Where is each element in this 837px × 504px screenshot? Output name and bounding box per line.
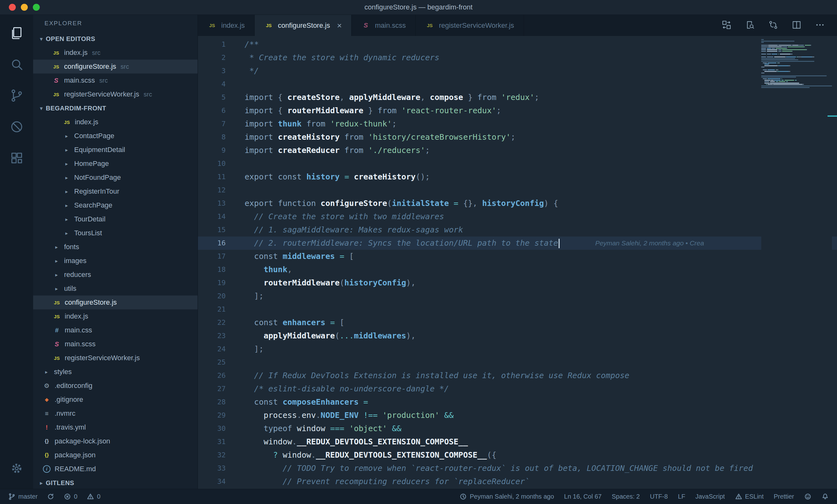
status-cursor-position[interactable]: Ln 16, Col 67 [564, 493, 602, 500]
tree-folder-contactpage[interactable]: ▸ContactPage [33, 129, 198, 143]
code-line-29[interactable]: 29 process.env.NODE_ENV !== 'production'… [198, 409, 837, 422]
activity-item-extensions[interactable] [0, 143, 33, 174]
code-line-33[interactable]: 33 // TODO Try to remove when `react-rou… [198, 462, 837, 475]
code-line-4[interactable]: 4 [198, 78, 837, 91]
minimap[interactable] [761, 36, 832, 489]
tree-folder-notfoundpage[interactable]: ▸NotFoundPage [33, 171, 198, 185]
minimize-window-button[interactable] [21, 4, 28, 11]
code-line-9[interactable]: 9import createReducer from './reducers'; [198, 144, 837, 157]
code-line-31[interactable]: 31 window.__REDUX_DEVTOOLS_EXTENSION_COM… [198, 435, 837, 448]
code-line-26[interactable]: 26 // If Redux DevTools Extension is ins… [198, 369, 837, 382]
code-line-16[interactable]: 16 // 2. routerMiddleware: Syncs the loc… [198, 237, 837, 250]
code-line-30[interactable]: 30 typeof window === 'object' && [198, 422, 837, 435]
tree-folder-searchpage[interactable]: ▸SearchPage [33, 199, 198, 212]
code-line-23[interactable]: 23 applyMiddleware(...middlewares), [198, 329, 837, 342]
code-line-28[interactable]: 28 const composeEnhancers = [198, 395, 837, 409]
code-line-27[interactable]: 27 /* eslint-disable no-underscore-dangl… [198, 382, 837, 395]
tree-item-main-scss[interactable]: Smain.scss [33, 337, 198, 351]
status-warnings[interactable]: 0 [87, 493, 100, 500]
code-line-20[interactable]: 20 ]; [198, 290, 837, 303]
code-line-21[interactable]: 21 [198, 303, 837, 316]
activity-item-settings[interactable] [0, 453, 33, 484]
code-line-12[interactable]: 12 [198, 184, 837, 197]
close-icon[interactable]: × [337, 21, 342, 30]
editor-pane[interactable]: 1/**2 * Create the store with dynamic re… [198, 36, 837, 489]
tree-folder-styles[interactable]: ▸styles [33, 365, 198, 379]
tree-item-configurestore-js[interactable]: JSconfigureStore.js [33, 296, 198, 310]
tab-registerserviceworker-js[interactable]: JSregisterServiceWorker.js [416, 15, 524, 36]
open-editors-header[interactable]: ▾ OPEN EDITORS [33, 32, 198, 46]
open-changes-button[interactable] [722, 20, 732, 31]
tree-item-registerserviceworker-js[interactable]: JSregisterServiceWorker.js [33, 351, 198, 365]
status-prettier[interactable]: Prettier [774, 493, 794, 500]
status-sync[interactable] [47, 493, 54, 500]
status-eslint[interactable]: ESLint [735, 493, 764, 500]
code-line-13[interactable]: 13export function configureStore(initial… [198, 197, 837, 210]
status-language-mode[interactable]: JavaScript [695, 493, 725, 500]
code-line-7[interactable]: 7import thunk from 'redux-thunk'; [198, 117, 837, 131]
status-gitlens-blame[interactable]: Peyman Salehi, 2 months ago [460, 493, 554, 500]
status-indentation[interactable]: Spaces: 2 [612, 493, 640, 500]
workspace-root-header[interactable]: ▾ BEGARDIM-FRONT [33, 101, 198, 115]
tree-item-editorconfig[interactable]: ⚙.editorconfig [33, 379, 198, 393]
open-editor-registerserviceworker-js[interactable]: JSregisterServiceWorker.jssrc [33, 87, 198, 101]
close-window-button[interactable] [9, 4, 16, 11]
code-line-8[interactable]: 8import createHistory from 'history/crea… [198, 131, 837, 144]
tab-configurestore-js[interactable]: JSconfigureStore.js× [255, 15, 352, 36]
code-line-10[interactable]: 10 [198, 157, 837, 170]
code-line-24[interactable]: 24 ]; [198, 342, 837, 356]
more-actions-button[interactable] [815, 20, 825, 31]
code-line-11[interactable]: 11export const history = createHistory()… [198, 170, 837, 184]
status-errors[interactable]: 0 [64, 493, 77, 500]
activity-item-debug[interactable] [0, 112, 33, 143]
tree-item-index-js[interactable]: JSindex.js [33, 310, 198, 323]
tree-folder-equipmentdetail[interactable]: ▸EquipmentDetail [33, 143, 198, 157]
tree-item-package-lock-json[interactable]: {}package-lock.json [33, 434, 198, 448]
code-line-5[interactable]: 5import { createStore, applyMiddleware, … [198, 91, 837, 104]
git-compare-button[interactable] [768, 20, 778, 31]
status-encoding[interactable]: UTF-8 [650, 493, 668, 500]
status-eol[interactable]: LF [678, 493, 685, 500]
code-line-18[interactable]: 18 thunk, [198, 263, 837, 276]
code-line-17[interactable]: 17 const middlewares = [ [198, 250, 837, 263]
search-history-button[interactable] [745, 20, 755, 31]
tree-folder-images[interactable]: ▸images [33, 254, 198, 268]
tree-item-index-js[interactable]: JSindex.js [33, 115, 198, 129]
open-editor-index-js[interactable]: JSindex.jssrc [33, 46, 198, 60]
tree-folder-homepage[interactable]: ▸HomePage [33, 157, 198, 171]
code-line-14[interactable]: 14 // Create the store with two middlewa… [198, 210, 837, 223]
code-line-6[interactable]: 6import { routerMiddleware } from 'react… [198, 104, 837, 117]
code-line-1[interactable]: 1/** [198, 38, 837, 51]
code-line-19[interactable]: 19 routerMiddleware(historyConfig), [198, 276, 837, 290]
activity-item-search[interactable] [0, 49, 33, 80]
tree-item-gitignore[interactable]: ◆.gitignore [33, 393, 198, 407]
tree-item-travis-yml[interactable]: !.travis.yml [33, 421, 198, 434]
tree-item-nvmrc[interactable]: ≡.nvmrc [33, 407, 198, 421]
code-line-25[interactable]: 25 [198, 356, 837, 369]
tree-item-main-css[interactable]: #main.css [33, 323, 198, 337]
code-line-3[interactable]: 3 */ [198, 64, 837, 78]
code-line-32[interactable]: 32 ? window.__REDUX_DEVTOOLS_EXTENSION_C… [198, 448, 837, 462]
status-git-branch[interactable]: master [8, 493, 38, 500]
open-editor-main-scss[interactable]: Smain.scsssrc [33, 74, 198, 87]
code-line-22[interactable]: 22 const enhancers = [ [198, 316, 837, 329]
tree-folder-reducers[interactable]: ▸reducers [33, 268, 198, 282]
split-editor-button[interactable] [791, 20, 802, 31]
tree-folder-tourslist[interactable]: ▸ToursList [33, 226, 198, 240]
tree-item-package-json[interactable]: {}package.json [33, 448, 198, 462]
status-notifications[interactable] [821, 493, 829, 500]
code-line-34[interactable]: 34 // Prevent recomputing reducers for `… [198, 475, 837, 488]
tab-main-scss[interactable]: Smain.scss [352, 15, 416, 36]
tree-folder-tourdetail[interactable]: ▸TourDetail [33, 212, 198, 226]
activity-item-source-control[interactable] [0, 80, 33, 112]
status-feedback[interactable] [804, 493, 812, 500]
tree-folder-fonts[interactable]: ▸fonts [33, 240, 198, 254]
activity-item-explorer[interactable] [0, 18, 33, 49]
tree-folder-utils[interactable]: ▸utils [33, 282, 198, 296]
tree-folder-registerintour[interactable]: ▸RegisterInTour [33, 185, 198, 199]
gitlens-header[interactable]: ▸ GITLENS [33, 476, 198, 489]
code-line-15[interactable]: 15 // 1. sagaMiddleware: Makes redux-sag… [198, 223, 837, 237]
tree-item-readme-md[interactable]: iREADME.md [33, 462, 198, 476]
open-editor-configurestore-js[interactable]: JSconfigureStore.jssrc [33, 60, 198, 74]
zoom-window-button[interactable] [33, 4, 40, 11]
